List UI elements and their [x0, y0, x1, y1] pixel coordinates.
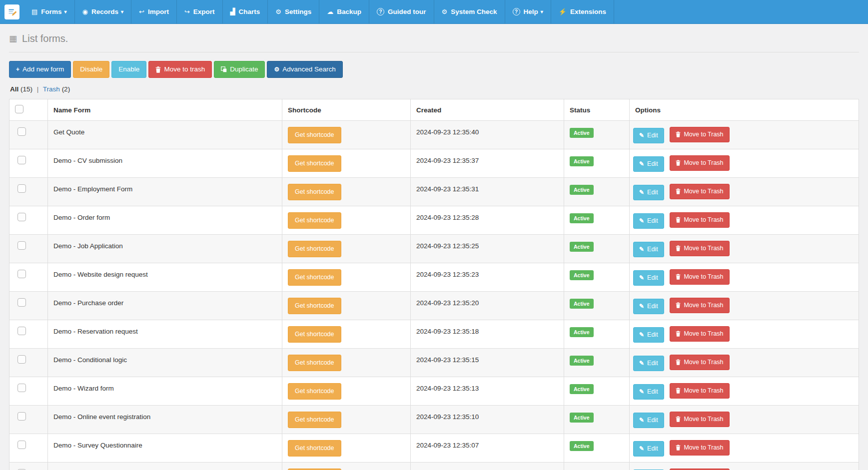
nav-guided-tour[interactable]: ? Guided tour [369, 0, 434, 23]
nav-forms[interactable]: ▤ Forms ▾ [24, 0, 75, 23]
status-badge: Active [570, 384, 594, 394]
row-checkbox[interactable] [17, 241, 26, 250]
move-to-trash-row-button[interactable]: Move to Trash [670, 355, 729, 370]
form-name: Demo - CV submission [53, 157, 122, 164]
move-to-trash-row-button[interactable]: Move to Trash [670, 298, 729, 313]
nav-export[interactable]: ↪ Export [177, 0, 223, 23]
nav-help[interactable]: ? Help ▾ [505, 0, 551, 23]
get-shortcode-button[interactable]: Get shortcode [288, 241, 341, 257]
move-to-trash-row-button[interactable]: Move to Trash [670, 326, 729, 342]
row-checkbox[interactable] [17, 127, 26, 136]
edit-button[interactable]: ✎ Edit [633, 384, 664, 400]
row-checkbox[interactable] [17, 298, 26, 307]
row-checkbox[interactable] [17, 355, 26, 364]
status-badge: Active [570, 356, 594, 366]
nav-extensions[interactable]: ⚡ Extensions [551, 0, 614, 23]
move-to-trash-row-button[interactable]: Move to Trash [670, 212, 729, 228]
edit-button[interactable]: ✎ Edit [633, 413, 664, 428]
nav-system-check[interactable]: ⚙ System Check [434, 0, 505, 23]
chevron-down-icon: ▾ [64, 9, 67, 14]
get-shortcode-button[interactable]: Get shortcode [288, 184, 341, 200]
row-checkbox[interactable] [17, 213, 26, 221]
table-row: Demo - Online event registration Get sho… [9, 406, 859, 434]
created-timestamp: 2024-09-23 12:35:07 [416, 442, 479, 449]
get-shortcode-button[interactable]: Get shortcode [288, 412, 341, 428]
move-to-trash-row-button[interactable]: Move to Trash [670, 412, 729, 427]
move-to-trash-row-button[interactable]: Move to Trash [670, 155, 729, 171]
row-checkbox[interactable] [17, 327, 26, 335]
move-to-trash-button[interactable]: Move to trash [148, 61, 212, 78]
nav-import-label: Import [148, 8, 169, 15]
app-logo[interactable] [0, 0, 24, 23]
edit-button[interactable]: ✎ Edit [633, 185, 664, 200]
move-to-trash-label: Move to Trash [684, 416, 723, 423]
nav-system-check-label: System Check [451, 8, 497, 15]
trash-icon [676, 160, 681, 166]
table-row: Demo - Conditional logic Get shortcode 2… [9, 349, 859, 377]
select-all-checkbox[interactable] [15, 105, 23, 113]
filter-all-label: All [10, 85, 18, 93]
move-to-trash-row-button[interactable]: Move to Trash [670, 184, 729, 199]
edit-label: Edit [647, 160, 658, 168]
get-shortcode-button[interactable]: Get shortcode [288, 269, 341, 286]
table-row: Get Quote Get shortcode 2024-09-23 12:35… [9, 121, 859, 149]
nav-charts[interactable]: ▟ Charts [223, 0, 268, 23]
nav-import[interactable]: ↩ Import [131, 0, 177, 23]
edit-button[interactable]: ✎ Edit [633, 356, 664, 371]
row-checkbox[interactable] [17, 412, 26, 421]
table-header-row: Name Form Shortcode Created Status Optio… [9, 99, 859, 121]
get-shortcode-button[interactable]: Get shortcode [288, 383, 341, 400]
table-row: Demo - Website design request Get shortc… [9, 263, 859, 292]
get-shortcode-button[interactable]: Get shortcode [288, 440, 341, 457]
edit-button[interactable]: ✎ Edit [633, 156, 664, 172]
get-shortcode-button[interactable]: Get shortcode [288, 326, 341, 343]
divider [9, 52, 859, 52]
enable-button[interactable]: Enable [111, 61, 146, 78]
duplicate-button[interactable]: Duplicate [214, 61, 265, 78]
get-shortcode-button[interactable]: Get shortcode [288, 298, 341, 314]
edit-button[interactable]: ✎ Edit [633, 270, 664, 286]
edit-button[interactable]: ✎ Edit [633, 299, 664, 314]
row-checkbox[interactable] [17, 156, 26, 164]
get-shortcode-button[interactable]: Get shortcode [288, 212, 341, 229]
move-to-trash-row-button[interactable]: Move to Trash [670, 127, 729, 142]
status-badge: Active [570, 185, 594, 195]
created-timestamp: 2024-09-23 12:35:20 [416, 299, 479, 307]
nav-records[interactable]: ◉ Records ▾ [75, 0, 131, 23]
nav-backup[interactable]: ☁ Backup [319, 0, 369, 23]
edit-button[interactable]: ✎ Edit [633, 327, 664, 343]
filter-separator: | [37, 85, 39, 93]
move-to-trash-row-button[interactable]: Move to Trash [670, 269, 729, 285]
nav-settings[interactable]: ⚙ Settings [268, 0, 319, 23]
filter-trash[interactable]: Trash (2) [43, 85, 70, 93]
get-shortcode-button[interactable]: Get shortcode [288, 155, 341, 172]
disable-button[interactable]: Disable [73, 61, 109, 78]
question-circle-icon: ? [513, 8, 520, 15]
move-to-trash-row-button[interactable]: Move to Trash [670, 383, 729, 399]
row-checkbox[interactable] [17, 384, 26, 392]
edit-button[interactable]: ✎ Edit [633, 128, 664, 143]
gear-icon: ⚙ [275, 8, 281, 15]
table-row: Get shortcode ✎ Edit Move to Trash [9, 463, 859, 470]
add-new-form-button[interactable]: + Add new form [9, 61, 71, 78]
table-row: Demo - Employment Form Get shortcode 202… [9, 178, 859, 206]
advanced-search-button[interactable]: ⚙ Advanced Search [267, 61, 342, 78]
edit-button[interactable]: ✎ Edit [633, 242, 664, 257]
row-checkbox[interactable] [17, 270, 26, 278]
get-shortcode-button[interactable]: Get shortcode [288, 127, 341, 143]
nav-export-label: Export [193, 8, 215, 15]
filter-all[interactable]: All (15) [10, 85, 32, 93]
move-to-trash-row-button[interactable]: Move to Trash [670, 440, 729, 456]
edit-label: Edit [647, 445, 658, 453]
forms-table-body: Get Quote Get shortcode 2024-09-23 12:35… [9, 121, 859, 470]
get-shortcode-button[interactable]: Get shortcode [288, 355, 341, 371]
get-shortcode-label: Get shortcode [295, 416, 334, 424]
edit-button[interactable]: ✎ Edit [633, 441, 664, 457]
nav-backup-label: Backup [337, 8, 361, 15]
move-to-trash-row-button[interactable]: Move to Trash [670, 241, 729, 256]
get-shortcode-label: Get shortcode [295, 160, 334, 167]
edit-button[interactable]: ✎ Edit [633, 213, 664, 229]
move-to-trash-row-button[interactable]: Move to Trash [670, 469, 729, 470]
row-checkbox[interactable] [17, 184, 26, 193]
row-checkbox[interactable] [17, 441, 26, 449]
